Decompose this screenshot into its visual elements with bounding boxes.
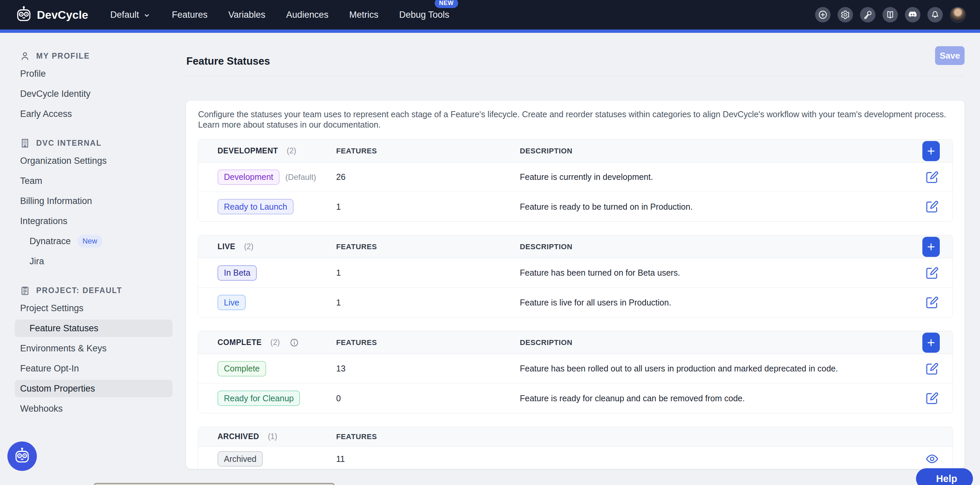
sidebar-item-organization-settings[interactable]: Organization Settings [0, 151, 183, 171]
edit-status-button[interactable] [924, 390, 940, 406]
save-button[interactable]: Save [935, 46, 964, 65]
view-status-button[interactable] [924, 451, 940, 467]
sidebar-item-jira[interactable]: Jira [0, 251, 183, 271]
nav-link-variables[interactable]: Variables [228, 10, 266, 20]
sidebar-section-title: MY PROFILE [36, 52, 90, 61]
sidebar-item-label: Profile [20, 69, 46, 79]
sidebar-section-0: MY PROFILEProfileDevCycle IdentityEarly … [0, 48, 183, 124]
notifications-button[interactable] [928, 7, 943, 22]
person-icon [19, 51, 30, 62]
sidebar-item-dynatrace[interactable]: DynatraceNew [0, 231, 183, 251]
features-column-label: FEATURES [336, 147, 377, 155]
sidebar-item-profile[interactable]: Profile [0, 63, 183, 84]
edit-status-button[interactable] [924, 361, 940, 376]
description-cell: Feature has been turned on for Beta user… [520, 268, 902, 278]
plus-icon [926, 242, 936, 252]
features-column-label: FEATURES [336, 242, 377, 251]
intro-text: Configure the statuses your team uses to… [198, 109, 950, 130]
status-badge: Ready to Launch [218, 199, 294, 214]
page-title: Feature Statuses [186, 55, 270, 67]
features-count: 11 [336, 454, 345, 464]
sidebar: MY PROFILEProfileDevCycle IdentityEarly … [0, 33, 183, 485]
sidebar-item-webhooks[interactable]: Webhooks [0, 399, 183, 419]
category-label: COMPLETE [218, 338, 262, 347]
settings-button[interactable] [838, 7, 853, 22]
sidebar-item-feature-opt-in[interactable]: Feature Opt-In [0, 358, 183, 379]
sidebar-item-devcycle-identity[interactable]: DevCycle Identity [0, 84, 183, 104]
edit-icon [925, 295, 939, 309]
edit-icon [925, 391, 939, 405]
row-action-cell [902, 390, 953, 406]
description-cell: Feature has been rolled out to all users… [520, 364, 902, 374]
cutoff-bottom-element [94, 483, 334, 485]
description-text: Feature is ready to be turned on in Prod… [520, 202, 693, 211]
sidebar-item-billing-information[interactable]: Billing Information [0, 191, 183, 211]
sidebar-section-1: DVC INTERNALOrganization SettingsTeamBil… [0, 135, 183, 271]
org-selector[interactable]: Default [110, 10, 151, 20]
nav-link-features[interactable]: Features [172, 10, 208, 20]
add-status-button[interactable] [922, 141, 940, 161]
sidebar-item-early-access[interactable]: Early Access [0, 104, 183, 124]
status-cell: Live [198, 295, 336, 310]
edit-icon [925, 362, 939, 376]
category-label: LIVE [218, 242, 235, 251]
sidebar-item-custom-properties[interactable]: Custom Properties [0, 379, 183, 399]
sidebar-item-integrations[interactable]: Integrations [0, 211, 183, 231]
building-icon [19, 138, 30, 149]
nav-link-audiences[interactable]: Audiences [286, 10, 328, 20]
features-cell: 26 [336, 172, 520, 182]
edit-status-button[interactable] [924, 295, 940, 310]
sidebar-section-title: DVC INTERNAL [36, 139, 102, 148]
top-navbar: DevCycle DefaultFeaturesVariablesAudienc… [0, 0, 980, 30]
edit-status-button[interactable] [924, 265, 940, 281]
sidebar-item-label: Organization Settings [20, 156, 107, 166]
sidebar-item-label: Team [20, 176, 42, 186]
status-badge: Archived [218, 451, 263, 467]
add-status-button[interactable] [922, 333, 940, 353]
status-cell: Ready to Launch [198, 199, 336, 214]
nav-link-debug-tools[interactable]: Debug ToolsNEW [399, 10, 449, 20]
user-avatar[interactable] [950, 7, 966, 23]
edit-status-button[interactable] [924, 199, 940, 214]
add-circle-button[interactable] [815, 7, 830, 22]
nav-link-metrics[interactable]: Metrics [349, 10, 379, 20]
status-row: Archived11 [198, 447, 953, 469]
edit-status-button[interactable] [924, 170, 940, 185]
description-cell: Feature is ready for cleanup and can be … [520, 393, 902, 403]
sidebar-item-project-settings[interactable]: Project Settings [0, 298, 183, 318]
sidebar-section-header: MY PROFILE [0, 48, 183, 63]
sidebar-item-environments-keys[interactable]: Environments & Keys [0, 338, 183, 358]
sidebar-item-label: Feature Opt-In [20, 363, 79, 374]
add-status-button[interactable] [922, 237, 940, 257]
chat-launcher-button[interactable] [7, 441, 37, 471]
status-cell: In Beta [198, 265, 336, 281]
sidebar-item-label: Integrations [20, 216, 67, 227]
sidebar-item-label: Feature Statuses [30, 323, 99, 334]
status-row: Complete13Feature has been rolled out to… [198, 354, 953, 384]
status-cell: Complete [198, 361, 336, 376]
sidebar-section-header: DVC INTERNAL [0, 135, 183, 151]
status-row: Ready to Launch1Feature is ready to be t… [198, 192, 953, 221]
sidebar-item-feature-statuses[interactable]: Feature Statuses [0, 318, 183, 338]
description-header-cell: DESCRIPTION [520, 338, 902, 347]
features-count: 0 [336, 393, 341, 403]
status-badge: In Beta [218, 265, 257, 281]
devcycle-robot-icon [14, 5, 33, 24]
status-row: In Beta1Feature has been turned on for B… [198, 258, 953, 288]
features-header-cell: FEATURES [336, 433, 520, 441]
sidebar-item-label: Early Access [20, 109, 72, 119]
row-action-cell [902, 451, 953, 467]
sidebar-item-team[interactable]: Team [0, 171, 183, 191]
features-count: 1 [336, 298, 341, 307]
accent-bar [0, 30, 980, 33]
discord-button[interactable] [905, 7, 920, 22]
documentation-button[interactable] [883, 7, 898, 22]
help-button[interactable]: Help [916, 468, 973, 485]
status-badge: Complete [218, 361, 266, 376]
brand-logo[interactable]: DevCycle [14, 5, 88, 24]
api-key-button[interactable] [860, 7, 875, 22]
table-header-row: LIVE(2)FEATURESDESCRIPTION [198, 235, 953, 258]
description-header-cell: DESCRIPTION [520, 147, 902, 155]
description-text: Feature has been rolled out to all users… [520, 364, 838, 373]
category-label: ARCHIVED [218, 432, 259, 441]
